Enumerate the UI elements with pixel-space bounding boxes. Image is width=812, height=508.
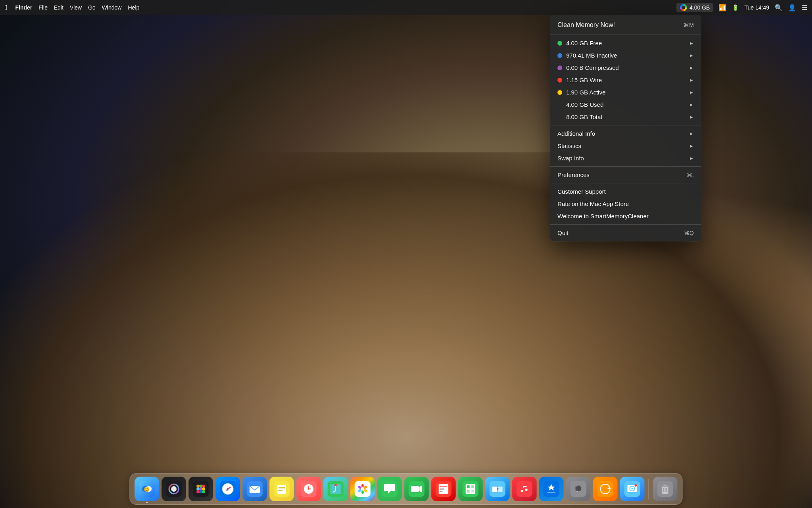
svg-point-79 [635,484,637,487]
menubar-time: Tue 14:49 [744,4,769,11]
dock: 😊 [130,473,683,505]
statistics-item[interactable]: Statistics ► [550,140,701,152]
dock-numbers[interactable] [458,477,483,501]
additional-info-item[interactable]: Additional Info ► [550,127,701,140]
welcome-label: Welcome to SmartMemoryCleaner [557,213,694,219]
memory-wired-item[interactable]: 1.15 GB Wire ► [550,74,701,86]
dock-safari[interactable] [216,477,240,501]
dock-music[interactable] [512,477,537,501]
dock-facetime[interactable] [404,477,429,501]
active-label: 1.90 GB Active [566,89,689,96]
menubar-window[interactable]: Window [102,4,122,11]
memory-active-item[interactable]: 1.90 GB Active ► [550,86,701,98]
swap-info-arrow-icon: ► [689,156,694,161]
menubar-right: 4.00 GB 📶 🔋 Tue 14:49 🔍 👤 ☰ [676,3,807,12]
memory-free-item[interactable]: 4.00 GB Free ► [550,37,701,49]
welcome-item[interactable]: Welcome to SmartMemoryCleaner [550,210,701,222]
svg-text:😊: 😊 [144,486,150,492]
dock-messages[interactable] [377,477,402,501]
wifi-icon[interactable]: 📶 [718,4,726,12]
rate-appstore-label: Rate on the Mac App Store [557,200,694,207]
additional-info-label: Additional Info [557,130,689,137]
svg-rect-53 [411,486,419,492]
dock-lasso[interactable] [593,477,618,501]
memory-used-item[interactable]: 4.00 GB Used ► [550,98,701,111]
battery-icon: 🔋 [732,4,739,11]
dock-screenshot[interactable] [620,477,645,501]
dock-siri[interactable] [162,477,186,501]
svg-rect-31 [278,485,286,494]
svg-rect-64 [471,485,474,488]
dock-news[interactable] [431,477,456,501]
user-icon[interactable]: 👤 [788,4,796,12]
free-label: 4.00 GB Free [566,40,689,46]
inactive-dot-icon [557,53,562,58]
wired-dot-icon [557,78,562,83]
menubar:  Finder File Edit View Go Window Help [0,0,812,15]
dock-mail[interactable] [243,477,267,501]
statistics-arrow-icon: ► [689,143,694,149]
clean-memory-shortcut: ⌘M [684,22,694,28]
svg-rect-63 [467,485,470,488]
additional-info-arrow-icon: ► [689,131,694,137]
compressed-dot-icon [557,65,562,70]
menubar-help[interactable]: Help [128,4,140,11]
memory-inactive-item[interactable]: 970.41 MB Inactive ► [550,49,701,62]
spotlight-search-icon[interactable]: 🔍 [775,4,783,12]
dock-maps[interactable] [324,477,348,501]
menubar-file[interactable]: File [38,4,48,11]
dock-migration[interactable] [485,477,510,501]
svg-rect-66 [471,490,474,493]
free-arrow-icon: ► [689,40,694,46]
svg-point-42 [335,484,337,486]
memory-cleaner-indicator[interactable]: 4.00 GB [676,3,713,12]
apple-logo-icon[interactable]:  [5,4,8,12]
customer-support-item[interactable]: Customer Support [550,185,701,198]
svg-point-1 [682,6,685,9]
desktop:  Finder File Edit View Go Window Help [0,0,812,508]
memory-dropdown-menu: Clean Memory Now! ⌘M 4.00 GB Free ► 970.… [550,15,701,241]
dock-system-prefs[interactable] [566,477,591,501]
quit-item[interactable]: Quit ⌘Q [550,227,701,239]
svg-point-15 [202,487,205,491]
dock-notes[interactable] [270,477,294,501]
svg-point-39 [308,488,310,490]
dock-finder[interactable]: 😊 [135,477,159,501]
menubar-go[interactable]: Go [88,4,96,11]
dock-launchpad[interactable] [189,477,213,501]
used-label: 4.00 GB Used [566,101,689,108]
rate-appstore-item[interactable]: Rate on the Mac App Store [550,198,701,210]
separator-4 [550,183,701,183]
svg-rect-56 [439,484,448,494]
menubar-finder[interactable]: Finder [15,4,33,11]
total-arrow-icon: ► [689,114,694,120]
svg-point-17 [199,490,203,493]
swap-info-label: Swap Info [557,155,689,162]
menubar-view[interactable]: View [70,4,82,11]
svg-point-12 [202,485,205,488]
svg-point-44 [362,484,364,488]
memory-compressed-item[interactable]: 0.00 B Compressed ► [550,62,701,74]
dock-photos[interactable] [350,477,375,501]
customer-support-label: Customer Support [557,188,694,195]
dock-trash[interactable] [653,477,678,501]
dock-appstore[interactable] [539,477,564,501]
memory-amount: 4.00 GB [689,4,710,11]
dock-reminders[interactable] [297,477,321,501]
svg-rect-68 [492,487,497,492]
quit-shortcut: ⌘Q [684,230,694,236]
control-center-icon[interactable]: ☰ [802,4,807,12]
clean-memory-button[interactable]: Clean Memory Now! ⌘M [550,17,701,33]
menubar-edit[interactable]: Edit [54,4,63,11]
svg-point-27 [227,488,229,490]
swap-info-item[interactable]: Swap Info ► [550,152,701,164]
svg-point-16 [197,490,200,493]
dock-separator [649,479,649,499]
clean-memory-label: Clean Memory Now! [557,21,684,29]
compressed-arrow-icon: ► [689,65,694,71]
svg-point-47 [362,490,364,494]
svg-point-18 [202,490,205,493]
preferences-item[interactable]: Preferences ⌘, [550,169,701,181]
memory-total-item[interactable]: 8.00 GB Total ► [550,111,701,123]
svg-rect-70 [517,481,532,497]
